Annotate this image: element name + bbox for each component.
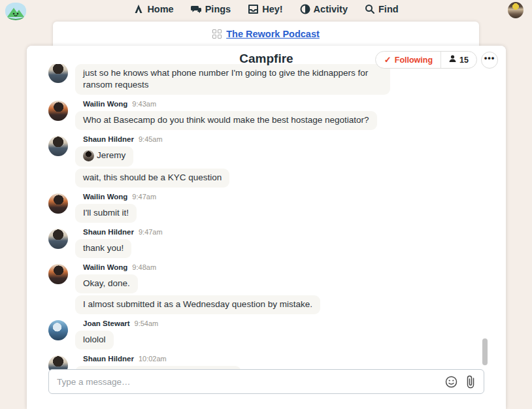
emoji-picker-icon[interactable]: [445, 376, 457, 388]
user-avatar[interactable]: [48, 320, 68, 340]
mention-avatar: [83, 150, 94, 161]
user-avatar[interactable]: [48, 193, 68, 214]
nav-label-activity: Activity: [314, 4, 348, 14]
following-label: Following: [395, 56, 433, 65]
current-user-avatar[interactable]: [508, 2, 524, 18]
nav-label-find: Find: [378, 4, 399, 14]
message-timestamp: 9:47am: [139, 228, 163, 236]
project-breadcrumb-link[interactable]: The Rework Podcast: [226, 29, 320, 39]
home-icon: [133, 4, 144, 14]
message-header: Shaun Hildner10:02am: [75, 355, 480, 364]
members-button[interactable]: 15: [441, 52, 476, 68]
message-bubble: just so he knows what phone number I'm g…: [75, 64, 390, 95]
message-text: I almost submitted it as a Wednesday que…: [83, 299, 312, 309]
message-timestamp: 9:54am: [135, 319, 159, 327]
message-author: Joan Stewart: [83, 319, 130, 327]
message-group: Shaun Hildner9:47amthank you!: [48, 228, 480, 258]
message-author: Shaun Hildner: [83, 355, 134, 363]
message-author: Shaun Hildner: [83, 228, 134, 236]
nav-items: Home Pings Hey! Activity Find: [0, 0, 532, 18]
message-timestamp: 9:48am: [132, 263, 156, 271]
nav-label-pings: Pings: [205, 4, 231, 14]
message-header: Wailin Wong9:43am: [75, 100, 480, 109]
message-bubble: lololol: [75, 331, 114, 350]
message-header: Shaun Hildner9:45am: [75, 135, 480, 144]
follow-pill: ✓ Following 15: [375, 51, 477, 69]
message-bubble: thank you!: [75, 239, 131, 258]
nav-label-home: Home: [147, 4, 173, 14]
message-author: Wailin Wong: [83, 263, 127, 271]
check-icon: ✓: [384, 55, 391, 65]
scrollbar-thumb[interactable]: [482, 338, 488, 365]
nav-item-pings[interactable]: Pings: [191, 4, 231, 14]
message-bubble: Who at Basecamp do you think would make …: [75, 111, 377, 130]
message-text: Okay, done.: [83, 278, 130, 288]
message-group: Wailin Wong9:43amWho at Basecamp do you …: [48, 100, 480, 130]
following-button[interactable]: ✓ Following: [376, 52, 441, 68]
project-grid-icon: [212, 29, 222, 39]
message-text: thank you!: [83, 243, 124, 253]
message-group: Wailin Wong9:47amI'll submit it!: [48, 193, 480, 223]
attach-file-icon[interactable]: [466, 375, 475, 389]
pings-icon: [191, 4, 202, 14]
message-text: I'll submit it!: [83, 208, 129, 218]
message-list: just so he knows what phone number I'm g…: [48, 62, 480, 391]
nav-item-activity[interactable]: Activity: [300, 4, 348, 14]
message-header: Wailin Wong9:47am: [75, 193, 480, 202]
message-text: just so he knows what phone number I'm g…: [83, 68, 368, 90]
message-timestamp: 10:02am: [139, 355, 167, 363]
top-nav: Home Pings Hey! Activity Find: [0, 0, 532, 21]
message-bubble: I'll submit it!: [75, 204, 137, 223]
message-timestamp: 9:47am: [132, 193, 156, 201]
message-text: wait, this should be a KYC question: [83, 172, 222, 182]
message-bubble: Jeremy: [75, 146, 133, 167]
message-bubble: Okay, done.: [75, 274, 138, 293]
message-bubble: I almost submitted it as a Wednesday que…: [75, 295, 320, 314]
user-avatar[interactable]: [48, 101, 68, 121]
message-header: Joan Stewart9:54am: [75, 319, 480, 329]
message-author: Wailin Wong: [83, 100, 127, 108]
message-header: Shaun Hildner9:47am: [75, 228, 480, 237]
room-controls: ✓ Following 15 •••: [375, 51, 498, 69]
message-text: Who at Basecamp do you think would make …: [83, 115, 369, 125]
user-avatar[interactable]: [48, 136, 68, 156]
message-bubble: wait, this should be a KYC question: [75, 169, 229, 188]
message-author: Shaun Hildner: [83, 135, 134, 143]
message-group: Wailin Wong9:48amOkay, done.I almost sub…: [48, 263, 480, 314]
message-author: Wailin Wong: [83, 193, 127, 201]
hey-icon: [248, 4, 259, 14]
member-count: 15: [459, 56, 469, 65]
nav-item-find[interactable]: Find: [365, 4, 399, 14]
message-text: lololol: [83, 335, 106, 344]
user-mention[interactable]: Jeremy: [83, 150, 125, 161]
find-icon: [365, 4, 375, 14]
nav-label-hey: Hey!: [262, 4, 282, 14]
nav-item-home[interactable]: Home: [133, 4, 173, 14]
message-timestamp: 9:43am: [132, 100, 156, 108]
message-timestamp: 9:45am: [139, 135, 163, 143]
campfire-room-card: Campfire ✓ Following 15 ••• just so he k…: [27, 46, 506, 409]
message-input[interactable]: [49, 377, 445, 387]
mention-name: Jeremy: [97, 150, 125, 161]
activity-icon: [300, 4, 310, 14]
message-header: Wailin Wong9:48am: [75, 263, 480, 272]
composer: [48, 369, 484, 394]
user-avatar[interactable]: [48, 264, 68, 284]
message-group: Joan Stewart9:54amlololol: [48, 319, 480, 350]
more-options-button[interactable]: •••: [481, 52, 498, 69]
user-avatar[interactable]: [48, 229, 68, 249]
message-group: Shaun Hildner9:45amJeremywait, this shou…: [48, 135, 480, 188]
nav-item-hey[interactable]: Hey!: [248, 4, 282, 14]
person-icon: [449, 55, 456, 65]
